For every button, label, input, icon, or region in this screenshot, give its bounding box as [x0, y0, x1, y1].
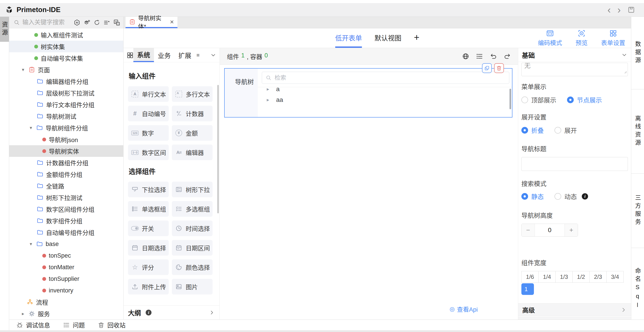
outline-config-icon[interactable]: [476, 53, 483, 60]
tree-item-selected[interactable]: 导航树实体: [9, 145, 123, 157]
tree-item[interactable]: tonSpec: [9, 250, 123, 261]
stepper-minus-button[interactable]: −: [522, 224, 534, 236]
caret-down-icon[interactable]: ▾: [28, 125, 34, 131]
tree-search-input[interactable]: [274, 74, 506, 81]
palette-item[interactable]: 单选框组: [128, 201, 169, 217]
apps-icon[interactable]: [127, 48, 133, 62]
stepper-plus-button[interactable]: +: [565, 224, 578, 236]
tree-item[interactable]: 编辑器组件分组: [9, 76, 123, 87]
sort-filter-icon[interactable]: [104, 19, 110, 26]
chevron-down-icon[interactable]: [621, 52, 628, 58]
palette-item[interactable]: A≡编辑器: [172, 145, 212, 160]
caret-right-icon[interactable]: ▸: [20, 311, 26, 316]
style-section-header[interactable]: 样式: [518, 317, 631, 320]
width-option[interactable]: 1/2: [572, 271, 590, 283]
tree-item-pages[interactable]: ▾页面: [9, 64, 123, 76]
nav-title-input[interactable]: [522, 157, 628, 171]
search-input[interactable]: [22, 19, 69, 26]
radio-static[interactable]: 静态: [522, 192, 544, 201]
rail-tab-resources[interactable]: 资源: [0, 17, 9, 42]
palette-item[interactable]: 下拉选择: [128, 182, 169, 197]
tree-item[interactable]: tonSupplier: [9, 273, 123, 285]
tree-item[interactable]: inventory: [9, 285, 123, 296]
palette-item[interactable]: 树形下拉: [172, 182, 212, 197]
tree-item[interactable]: 全链路: [9, 180, 123, 192]
tree-scrollbar[interactable]: [510, 89, 511, 109]
radio-node-display[interactable]: 节点展示: [567, 95, 602, 104]
tree-node[interactable]: ▸aa: [262, 95, 509, 105]
caret-down-icon[interactable]: ▾: [28, 241, 34, 247]
redo-icon[interactable]: [504, 53, 511, 60]
tree-item-base[interactable]: ▾base: [9, 238, 123, 250]
tree-item[interactable]: 单行文本组件分组: [9, 99, 123, 110]
palette-tab-system[interactable]: 系统: [133, 48, 154, 62]
rail-tab-offline-resources[interactable]: 离线资源: [631, 89, 644, 173]
caret-right-icon[interactable]: ▸: [267, 97, 276, 103]
preview-button[interactable]: 预览: [576, 29, 588, 47]
palette-item[interactable]: 颜色选择: [172, 259, 212, 275]
palette-item[interactable]: 日期区间: [172, 240, 212, 256]
tab-lowcode-form[interactable]: 低开表单: [335, 28, 362, 48]
view-api-link[interactable]: ◎ 查看Api: [450, 305, 478, 314]
palette-item[interactable]: ¥金额: [172, 125, 212, 141]
rail-tab-datasource[interactable]: 数据源: [631, 17, 644, 89]
advanced-section-header[interactable]: 高级: [518, 303, 631, 316]
radio-expand[interactable]: 展开: [554, 126, 577, 135]
tree-item[interactable]: 计数器组件分组: [9, 157, 123, 168]
radio-dynamic[interactable]: 动态i: [554, 192, 588, 201]
collapse-palette-icon[interactable]: [210, 48, 216, 62]
palette-item[interactable]: 附件上传: [128, 279, 169, 295]
chevron-right-icon[interactable]: [209, 310, 215, 316]
palette-item[interactable]: 日期选择: [128, 240, 169, 256]
tree-item[interactable]: 导航树json: [9, 134, 123, 145]
tree-item[interactable]: tonMatter: [9, 261, 123, 273]
new-resource-icon[interactable]: [84, 19, 90, 26]
palette-item[interactable]: 123数字: [128, 125, 169, 141]
palette-item[interactable]: A多行文本: [172, 86, 212, 102]
radio-top-display[interactable]: 顶部展示: [522, 95, 556, 104]
navigation-tree-component[interactable]: 导航树 ▸a ▸aa: [224, 68, 512, 118]
forward-icon[interactable]: ›: [617, 5, 621, 14]
undo-icon[interactable]: [490, 53, 497, 60]
basic-section-header[interactable]: 基础: [518, 48, 631, 62]
tree-search-box[interactable]: [262, 72, 509, 84]
palette-item[interactable]: 1~3数字区间: [128, 145, 169, 160]
tree-item[interactable]: 树实体集: [9, 41, 123, 52]
add-view-button[interactable]: +: [414, 28, 420, 48]
close-icon[interactable]: ×: [170, 18, 174, 25]
tree-item[interactable]: 数字组件分组: [9, 215, 123, 227]
save-icon[interactable]: [628, 6, 635, 14]
palette-item[interactable]: 计数器: [172, 106, 212, 121]
palette-item[interactable]: ☆评分: [128, 259, 169, 275]
caret-down-icon[interactable]: ▾: [20, 67, 26, 72]
property-textarea[interactable]: 无: [522, 63, 628, 76]
width-option[interactable]: 2/3: [590, 271, 607, 283]
width-option[interactable]: 1/4: [538, 271, 556, 283]
tab-default-view[interactable]: 默认视图: [374, 28, 402, 48]
globe-icon[interactable]: [462, 53, 469, 60]
palette-tab-extend[interactable]: 扩展: [174, 48, 195, 62]
stepper-value[interactable]: 0: [534, 224, 565, 236]
tree-item[interactable]: 金额组件分组: [9, 168, 123, 180]
width-option[interactable]: 1/6: [522, 271, 538, 283]
resize-handle-icon[interactable]: [622, 68, 627, 76]
palette-item[interactable]: 多选框组: [172, 201, 212, 217]
palette-tab-business[interactable]: 业务: [154, 48, 174, 62]
width-option[interactable]: 1/3: [556, 271, 572, 283]
tree-item-process[interactable]: 流程: [9, 296, 123, 308]
code-mode-button[interactable]: 编码模式: [538, 29, 562, 47]
debug-info-button[interactable]: 调试信息: [16, 321, 50, 329]
width-option-selected[interactable]: 1: [522, 283, 534, 295]
problems-button[interactable]: 问题: [63, 321, 85, 329]
radio-collapse[interactable]: 折叠: [522, 126, 544, 135]
tree-item[interactable]: 自动编号组件分组: [9, 227, 123, 238]
refresh-icon[interactable]: [94, 19, 100, 26]
translate-icon[interactable]: [114, 19, 120, 26]
tree-node[interactable]: ▸a: [262, 84, 509, 95]
palette-scrollbar[interactable]: [217, 85, 219, 213]
tree-item[interactable]: 自动编号实体集: [9, 52, 123, 64]
tree-item[interactable]: ▾导航树组件分组: [9, 122, 123, 134]
tree-item-services[interactable]: ▸服务: [9, 308, 123, 320]
tree-item[interactable]: 输入框组件测试: [9, 29, 123, 41]
document-tab-active[interactable]: 导航树实体* ×: [126, 17, 178, 28]
